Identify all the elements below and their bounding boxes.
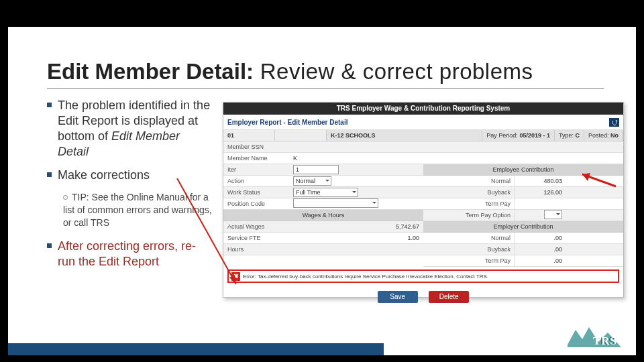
row-position: Position Code (223, 198, 423, 210)
bullet-3-text: After correcting errors, re-run the Edit… (58, 239, 213, 269)
action-select[interactable]: Normal (293, 176, 331, 186)
svg-text:TRS: TRS (593, 335, 617, 347)
row-actual-wages: Actual Wages5,742.67 (223, 221, 423, 233)
breadcrumb: Employer Report - Edit Member Detail (227, 119, 347, 126)
row-er-buyback: Buyback.00 (423, 244, 623, 255)
workstatus-select[interactable]: Full Time (293, 188, 358, 197)
slide: Edit Member Detail: Review & correct pro… (8, 27, 636, 355)
button-row: Save Delete (223, 290, 623, 303)
bullet-2: Make corrections (47, 168, 213, 183)
breadcrumb-bar: Employer Report - Edit Member Detail ⮍ (223, 115, 623, 130)
row-term-opt: Term Pay Option (423, 210, 623, 221)
circle-bullet-icon (63, 195, 68, 200)
square-bullet-icon (47, 243, 52, 248)
section-wages: Wages & Hours (223, 210, 423, 221)
up-icon[interactable]: ⮍ (609, 118, 619, 127)
employer-id-redacted: 01 (223, 130, 275, 141)
position-select[interactable] (293, 198, 378, 208)
row-workstatus: Work StatusFull Time (223, 187, 423, 198)
footer-strip (8, 343, 384, 355)
system-title-bar: TRS Employer Wage & Contribution Reporti… (223, 103, 623, 115)
info-bar: 01 K-12 SCHOOLS Pay Period: 05/2019 - 1 … (223, 130, 623, 141)
sub-bullet-tip: TIP: See the Online Manual for a list of… (63, 191, 213, 229)
save-button[interactable]: Save (378, 291, 418, 303)
trs-logo: TRS TRS (566, 324, 623, 351)
row-er-term: Term Pay.00 (423, 255, 623, 267)
row-ee-term: Term Pay (423, 198, 623, 210)
row-action: ActionNormal (223, 176, 423, 187)
row-ee-buyback: Buyback126.00 (423, 187, 623, 198)
title-bold: Edit Member Detail: (47, 59, 254, 84)
bullet-1-text: The problem identified in the Edit Repor… (58, 98, 213, 160)
delete-button[interactable]: Delete (429, 291, 469, 303)
row-iter: Iter1 (223, 164, 423, 176)
employer-redacted (275, 130, 327, 141)
pay-period: Pay Period: 05/2019 - 1 (482, 130, 555, 141)
section-er-contrib: Employer Contribution (423, 221, 623, 233)
row-hours: Hours (223, 244, 423, 255)
row-er-normal: Normal.00 (423, 233, 623, 244)
bullet-3: After correcting errors, re-run the Edit… (47, 239, 213, 269)
school-name: K-12 SCHOOLS (327, 130, 482, 141)
bullet-1: The problem identified in the Edit Repor… (47, 98, 213, 160)
ssn-redacted (289, 141, 623, 152)
error-icon: ✖ (231, 272, 240, 281)
square-bullet-icon (47, 172, 52, 177)
iter-input[interactable]: 1 (293, 165, 339, 174)
row-name: Member Name K (223, 153, 623, 164)
screenshot-panel: TRS Employer Wage & Contribution Reporti… (223, 102, 624, 298)
slide-title: Edit Member Detail: Review & correct pro… (47, 59, 604, 89)
section-ee-contrib: Employee Contribution (423, 164, 623, 176)
row-ssn: Member SSN (223, 141, 623, 153)
bullet-list: The problem identified in the Edit Repor… (47, 98, 213, 278)
posted: Posted: No (584, 130, 623, 141)
square-bullet-icon (47, 103, 52, 107)
row-ee-normal: Normal480.03 (423, 176, 623, 187)
name-value: K (289, 153, 623, 164)
error-text: Error: Tax-deferred buy-back contributio… (243, 274, 488, 280)
bullet-2-text: Make corrections (58, 168, 150, 183)
row-fte: Service FTE1.00 (223, 233, 423, 244)
term-opt-select[interactable] (544, 210, 562, 219)
title-light: Review & correct problems (254, 59, 533, 84)
type: Type: C (555, 130, 584, 141)
error-banner: ✖ Error: Tax-deferred buy-back contribut… (227, 269, 619, 283)
